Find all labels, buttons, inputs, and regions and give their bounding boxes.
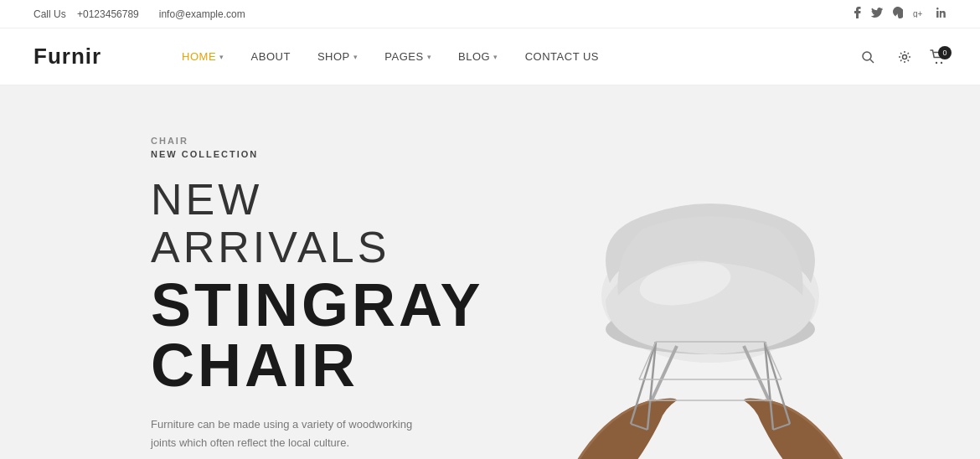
hero-content: CHAIR NEW COLLECTION NEW ARRIVALS STINGR… [0,85,503,459]
site-logo[interactable]: Furnir [34,44,101,70]
googleplus-icon[interactable]: g+ [913,8,926,20]
email-info[interactable]: info@example.com [159,8,245,20]
svg-text:g+: g+ [913,9,923,18]
search-icon[interactable] [856,45,879,69]
svg-point-5 [941,61,942,63]
email-address: info@example.com [159,8,245,20]
hero-description: Furniture can be made using a variety of… [151,415,436,452]
settings-icon[interactable] [893,45,916,69]
hero-title-line2: STINGRAY CHAIR [151,275,469,395]
nav-blog[interactable]: BLOG ▾ [445,28,512,85]
svg-point-3 [903,54,907,59]
svg-line-2 [870,59,874,63]
social-icons: g+ [854,7,946,21]
phone-info: Call Us +0123456789 [34,8,139,20]
hero-section: CHAIR NEW COLLECTION NEW ARRIVALS STINGR… [0,85,980,459]
pinterest-icon[interactable] [893,7,903,21]
hero-category: CHAIR [151,136,469,146]
nav-home[interactable]: HOME ▾ [168,28,238,85]
hero-chair-image [441,85,981,459]
cart-icon[interactable]: 0 [930,49,946,64]
svg-point-1 [863,52,871,60]
nav-actions: 0 [856,45,946,69]
nav-links: HOME ▾ ABOUT SHOP ▾ PAGES ▾ BLOG ▾ CONTA… [168,28,856,85]
nav-shop[interactable]: SHOP ▾ [304,28,371,85]
cart-count: 0 [938,46,952,59]
svg-point-4 [936,61,937,63]
facebook-icon[interactable] [854,7,861,21]
hero-title-line1: NEW ARRIVALS [151,176,469,271]
phone-label: Call Us [34,8,66,20]
pages-chevron-icon: ▾ [427,53,432,61]
phone-number: +0123456789 [77,8,139,20]
nav-pages[interactable]: PAGES ▾ [371,28,445,85]
home-chevron-icon: ▾ [219,53,224,61]
linkedin-icon[interactable] [936,8,946,20]
topbar: Call Us +0123456789 info@example.com g+ [0,0,980,28]
nav-contact[interactable]: CONTACT US [512,28,612,85]
blog-chevron-icon: ▾ [493,53,498,61]
twitter-icon[interactable] [871,8,883,20]
navbar: Furnir HOME ▾ ABOUT SHOP ▾ PAGES ▾ BLOG … [0,28,980,85]
topbar-contact: Call Us +0123456789 info@example.com [34,8,245,20]
shop-chevron-icon: ▾ [353,53,358,61]
hero-collection: NEW COLLECTION [151,149,469,159]
nav-about[interactable]: ABOUT [238,28,304,85]
